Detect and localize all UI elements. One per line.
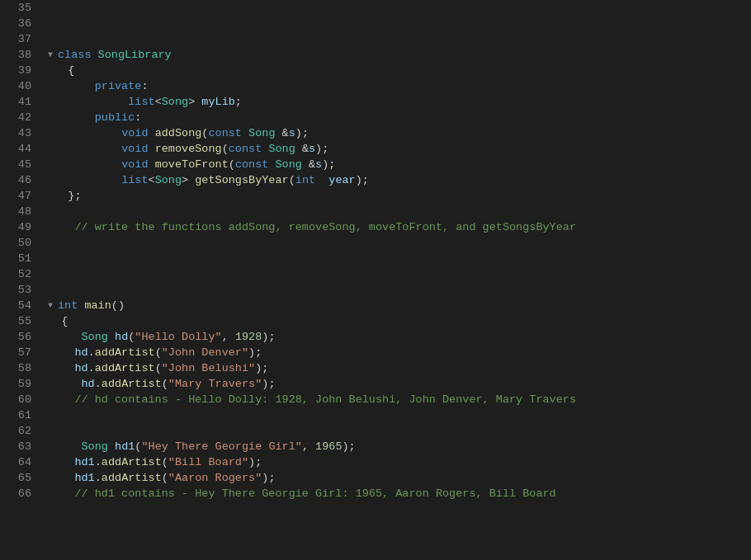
- line-num-48: 48: [0, 204, 31, 219]
- line-56: Song hd("Hello Dolly", 1928);: [48, 329, 751, 345]
- line-num-57: 57: [0, 345, 31, 360]
- line-47: };: [48, 188, 751, 204]
- code-content: ▼class SongLibrary { private: list<Song>…: [40, 0, 751, 560]
- line-num-47: 47: [0, 188, 31, 204]
- line-num-43: 43: [0, 125, 31, 141]
- line-num-37: 37: [0, 31, 31, 47]
- line-num-63: 63: [0, 439, 31, 454]
- line-num-41: 41: [0, 94, 31, 110]
- line-62: [48, 423, 751, 439]
- line-num-54: 54: [0, 298, 31, 313]
- line-num-56: 56: [0, 329, 31, 345]
- line-num-40: 40: [0, 78, 31, 94]
- line-44: void removeSong(const Song &s);: [48, 141, 751, 157]
- class-name: SongLibrary: [98, 47, 172, 63]
- line-35: [48, 0, 751, 16]
- line-num-39: 39: [0, 63, 31, 78]
- line-num-55: 55: [0, 313, 31, 329]
- line-numbers: 35 36 37 38 39 40 41 42 43 44 45 46 47 4…: [0, 0, 40, 560]
- line-num-45: 45: [0, 157, 31, 172]
- line-num-38: 38: [0, 47, 31, 63]
- line-50: [48, 235, 751, 251]
- line-63: Song hd1("Hey There Georgie Girl", 1965)…: [48, 439, 751, 454]
- line-54: ▼int main(): [48, 298, 751, 313]
- line-42: public:: [48, 110, 751, 125]
- line-57: hd.addArtist("John Denver");: [48, 345, 751, 360]
- line-45: void moveToFront(const Song &s);: [48, 157, 751, 172]
- line-num-44: 44: [0, 141, 31, 157]
- line-num-62: 62: [0, 423, 31, 439]
- line-num-60: 60: [0, 392, 31, 407]
- line-61: [48, 407, 751, 423]
- line-num-35: 35: [0, 0, 31, 16]
- line-37: [48, 31, 751, 47]
- line-num-64: 64: [0, 454, 31, 470]
- kw-class: class: [58, 47, 98, 63]
- line-39: {: [48, 63, 751, 78]
- line-60: // hd contains - Hello Dolly: 1928, John…: [48, 392, 751, 407]
- line-65: hd1.addArtist("Aaron Rogers");: [48, 470, 751, 486]
- line-51: [48, 251, 751, 266]
- line-40: private:: [48, 78, 751, 94]
- line-46: list<Song> getSongsByYear(int year);: [48, 172, 751, 188]
- line-41: list<Song> myLib;: [48, 94, 751, 110]
- line-55: {: [48, 313, 751, 329]
- code-editor: 35 36 37 38 39 40 41 42 43 44 45 46 47 4…: [0, 0, 751, 560]
- line-num-58: 58: [0, 360, 31, 376]
- line-num-65: 65: [0, 470, 31, 486]
- fold-icon-38[interactable]: ▼: [48, 47, 58, 63]
- line-num-52: 52: [0, 266, 31, 282]
- fold-icon-54[interactable]: ▼: [48, 298, 58, 313]
- line-66: // hd1 contains - Hey There Georgie Girl…: [48, 486, 751, 501]
- line-36: [48, 16, 751, 31]
- line-num-50: 50: [0, 235, 31, 251]
- line-num-42: 42: [0, 110, 31, 125]
- line-num-53: 53: [0, 282, 31, 298]
- line-num-51: 51: [0, 251, 31, 266]
- line-38: ▼class SongLibrary: [48, 47, 751, 63]
- line-num-36: 36: [0, 16, 31, 31]
- line-num-61: 61: [0, 407, 31, 423]
- line-64: hd1.addArtist("Bill Board");: [48, 454, 751, 470]
- line-49: // write the functions addSong, removeSo…: [48, 219, 751, 235]
- line-43: void addSong(const Song &s);: [48, 125, 751, 141]
- line-num-46: 46: [0, 172, 31, 188]
- line-num-59: 59: [0, 376, 31, 392]
- line-num-49: 49: [0, 219, 31, 235]
- line-59: hd.addArtist("Mary Travers");: [48, 376, 751, 392]
- line-53: [48, 282, 751, 298]
- line-52: [48, 266, 751, 282]
- line-48: [48, 204, 751, 219]
- line-num-66: 66: [0, 486, 31, 501]
- line-58: hd.addArtist("John Belushi");: [48, 360, 751, 376]
